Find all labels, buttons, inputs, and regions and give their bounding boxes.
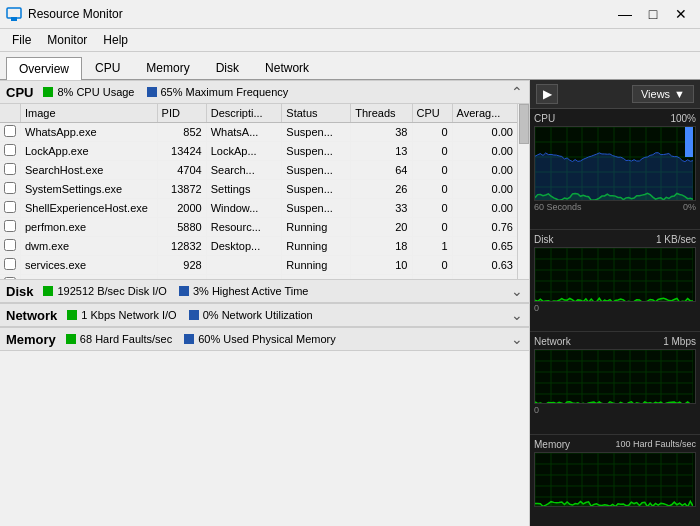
cpu-stat2: 65% Maximum Frequency <box>147 86 289 98</box>
row-status: Suspen... <box>282 123 351 142</box>
memory-section-header[interactable]: Memory 68 Hard Faults/sec 60% Used Physi… <box>0 327 529 351</box>
cpu-scrollbar-thumb[interactable] <box>519 104 529 144</box>
disk-graph-title: Disk <box>534 234 553 245</box>
menu-help[interactable]: Help <box>95 31 136 49</box>
row-avg: 0.00 <box>452 199 517 218</box>
right-panel-header: ▶ Views ▼ <box>530 80 700 109</box>
row-checkbox[interactable] <box>4 125 16 137</box>
col-cpu[interactable]: CPU <box>412 104 452 123</box>
cpu-stat2-label: 65% Maximum Frequency <box>161 86 289 98</box>
row-checkbox-cell[interactable] <box>0 218 21 237</box>
cpu-stat2-dot <box>147 87 157 97</box>
row-cpu: 0 <box>412 218 452 237</box>
menu-file[interactable]: File <box>4 31 39 49</box>
cpu-graph-section: CPU 100% 60 Seconds 0% <box>530 109 700 230</box>
col-desc[interactable]: Descripti... <box>206 104 282 123</box>
tab-network[interactable]: Network <box>252 56 322 79</box>
table-row: perfmon.exe 5880 Resourc... Running 20 0… <box>0 218 517 237</box>
row-status: Running <box>282 275 351 280</box>
network-graph-canvas <box>535 350 693 404</box>
cpu-table-body: WhatsApp.exe 852 WhatsA... Suspen... 38 … <box>0 123 517 280</box>
col-image[interactable]: Image <box>21 104 158 123</box>
memory-stat1: 68 Hard Faults/sec <box>66 333 172 345</box>
row-desc <box>206 275 282 280</box>
row-status: Suspen... <box>282 199 351 218</box>
cpu-stat1-dot <box>43 87 53 97</box>
network-graph-bottom-right: 0 <box>534 405 539 415</box>
views-button[interactable]: Views ▼ <box>632 85 694 103</box>
col-avg[interactable]: Averag... <box>452 104 517 123</box>
tab-disk[interactable]: Disk <box>203 56 252 79</box>
row-desc: WhatsA... <box>206 123 282 142</box>
row-checkbox-cell[interactable] <box>0 237 21 256</box>
row-threads: 13 <box>351 142 412 161</box>
network-section-header[interactable]: Network 1 Kbps Network I/O 0% Network Ut… <box>0 303 529 327</box>
tab-memory[interactable]: Memory <box>133 56 202 79</box>
cpu-graph-bottom-left: 60 Seconds <box>534 202 582 212</box>
right-panel-expand-button[interactable]: ▶ <box>536 84 558 104</box>
row-status: Suspen... <box>282 161 351 180</box>
row-checkbox-cell[interactable] <box>0 199 21 218</box>
row-checkbox[interactable] <box>4 239 16 251</box>
row-checkbox[interactable] <box>4 258 16 270</box>
row-checkbox[interactable] <box>4 163 16 175</box>
col-threads[interactable]: Threads <box>351 104 412 123</box>
network-graph-title: Network <box>534 336 571 347</box>
memory-expand[interactable]: ⌄ <box>511 331 523 347</box>
row-checkbox-cell[interactable] <box>0 161 21 180</box>
col-pid[interactable]: PID <box>157 104 206 123</box>
row-desc: Window... <box>206 199 282 218</box>
row-pid: 928 <box>157 256 206 275</box>
table-row: SearchHost.exe 4704 Search... Suspen... … <box>0 161 517 180</box>
row-desc: Search... <box>206 161 282 180</box>
row-checkbox-cell[interactable] <box>0 256 21 275</box>
row-pid: 2444 <box>157 275 206 280</box>
cpu-section-header[interactable]: CPU 8% CPU Usage 65% Maximum Frequency ⌃ <box>0 80 529 104</box>
network-stat2: 0% Network Utilization <box>189 309 313 321</box>
row-checkbox[interactable] <box>4 277 16 279</box>
disk-expand[interactable]: ⌄ <box>511 283 523 299</box>
row-desc: Desktop... <box>206 237 282 256</box>
row-cpu: 0 <box>412 142 452 161</box>
table-row: services.exe 928 Running 10 0 0.63 <box>0 256 517 275</box>
close-button[interactable]: ✕ <box>668 4 694 24</box>
col-status[interactable]: Status <box>282 104 351 123</box>
cpu-table-scrollbar[interactable] <box>517 104 529 279</box>
row-threads: 10 <box>351 256 412 275</box>
disk-stat2-dot <box>179 286 189 296</box>
tab-cpu[interactable]: CPU <box>82 56 133 79</box>
main-content: CPU 8% CPU Usage 65% Maximum Frequency ⌃… <box>0 80 700 526</box>
row-checkbox[interactable] <box>4 201 16 213</box>
disk-stat1: 192512 B/sec Disk I/O <box>43 285 166 297</box>
row-checkbox-cell[interactable] <box>0 142 21 161</box>
disk-graph-canvas <box>535 248 693 302</box>
cpu-expand[interactable]: ⌃ <box>511 84 523 100</box>
row-status: Running <box>282 256 351 275</box>
row-cpu: 0 <box>412 199 452 218</box>
col-checkbox <box>0 104 21 123</box>
disk-section-header[interactable]: Disk 192512 B/sec Disk I/O 3% Highest Ac… <box>0 279 529 303</box>
cpu-stat1: 8% CPU Usage <box>43 86 134 98</box>
row-desc: LockAp... <box>206 142 282 161</box>
minimize-button[interactable]: — <box>612 4 638 24</box>
network-stat2-label: 0% Network Utilization <box>203 309 313 321</box>
row-checkbox-cell[interactable] <box>0 180 21 199</box>
menu-monitor[interactable]: Monitor <box>39 31 95 49</box>
row-checkbox[interactable] <box>4 220 16 232</box>
window-title: Resource Monitor <box>28 7 123 21</box>
tab-bar: Overview CPU Memory Disk Network <box>0 52 700 80</box>
row-checkbox[interactable] <box>4 144 16 156</box>
table-row: WhatsApp.exe 852 WhatsA... Suspen... 38 … <box>0 123 517 142</box>
row-avg: 0.76 <box>452 218 517 237</box>
title-bar: Resource Monitor — □ ✕ <box>0 0 700 29</box>
tab-overview[interactable]: Overview <box>6 57 82 80</box>
row-cpu: 1 <box>412 237 452 256</box>
row-checkbox-cell[interactable] <box>0 123 21 142</box>
maximize-button[interactable]: □ <box>640 4 666 24</box>
views-label: Views <box>641 88 670 100</box>
network-expand[interactable]: ⌄ <box>511 307 523 323</box>
disk-chevron-icon: ⌄ <box>511 283 523 299</box>
row-checkbox-cell[interactable] <box>0 275 21 280</box>
row-checkbox[interactable] <box>4 182 16 194</box>
network-graph-bottom: 0 <box>534 405 696 415</box>
